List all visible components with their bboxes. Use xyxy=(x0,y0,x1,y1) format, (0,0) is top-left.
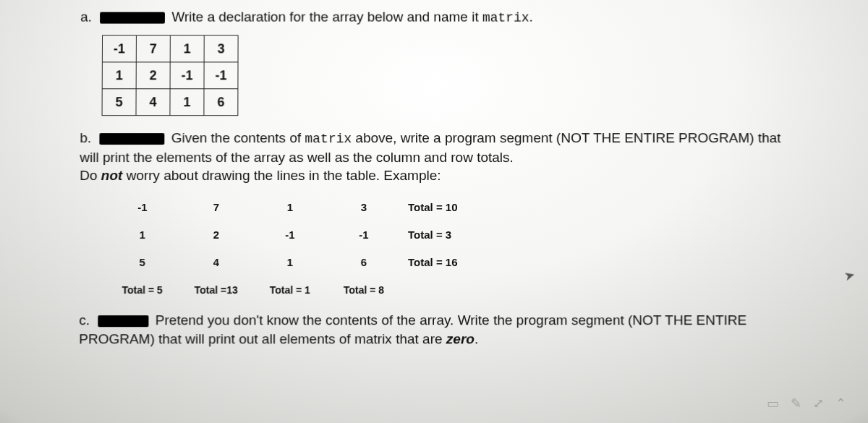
table-row: -1 7 1 3 Total = 10 xyxy=(106,194,481,221)
table-row: 1 2 -1 -1 Total = 3 xyxy=(106,221,481,249)
part-a: a. Write a declaration for the array bel… xyxy=(80,8,817,27)
table-row: 5 4 1 6 Total = 16 xyxy=(106,249,481,276)
matrix-cell: 5 xyxy=(102,89,136,116)
example-cell: 1 xyxy=(253,194,327,221)
matrix-cell: 1 xyxy=(102,62,136,89)
part-b-line3-pre: Do xyxy=(80,168,101,183)
col-total: Total =13 xyxy=(179,276,253,304)
part-c-line2-pre: PROGRAM) that will print out all element… xyxy=(79,331,446,346)
matrix-cell: -1 xyxy=(170,62,204,89)
matrix-table-wrap: -1 7 1 3 1 2 -1 -1 5 4 1 6 xyxy=(80,35,817,116)
example-cell: 5 xyxy=(106,249,179,276)
tool-icon: ✎ xyxy=(791,396,801,411)
part-c-zero: zero xyxy=(446,331,475,346)
row-total: Total = 3 xyxy=(401,221,481,249)
matrix-cell: 1 xyxy=(170,35,204,62)
part-c: c. Pretend you don't know the contents o… xyxy=(79,311,818,348)
tool-icon: ⤢ xyxy=(813,396,824,411)
part-b-line1-post: above, write a program segment (NOT THE … xyxy=(352,130,780,145)
bottom-toolbar: ▭ ✎ ⤢ ⌃ xyxy=(767,396,846,411)
matrix-cell: 6 xyxy=(204,89,238,116)
example-cell: 2 xyxy=(179,221,253,249)
example-cell: 4 xyxy=(179,249,253,276)
col-total: Total = 5 xyxy=(105,276,179,304)
part-a-text: Write a declaration for the array below … xyxy=(171,9,482,25)
part-b-line3-post: worry about drawing the lines in the tab… xyxy=(122,168,441,183)
example-cell: -1 xyxy=(106,194,179,221)
redaction-bar xyxy=(100,12,165,24)
empty-cell xyxy=(401,276,481,304)
document-page: a. Write a declaration for the array bel… xyxy=(28,1,868,423)
matrix-identifier: matrix xyxy=(482,11,529,25)
part-b-line2: will print the elements of the array as … xyxy=(80,150,514,165)
example-cell: 6 xyxy=(327,249,401,276)
part-a-label: a. xyxy=(80,9,92,25)
matrix-cell: -1 xyxy=(102,35,136,62)
part-a-period: . xyxy=(529,9,533,25)
redaction-bar xyxy=(98,315,148,327)
matrix-cell: 3 xyxy=(204,35,238,62)
tool-icon: ⌃ xyxy=(835,396,846,411)
table-row: 5 4 1 6 xyxy=(102,89,238,116)
matrix-table: -1 7 1 3 1 2 -1 -1 5 4 1 6 xyxy=(102,35,239,116)
col-total: Total = 8 xyxy=(327,276,401,304)
table-row: Total = 5 Total =13 Total = 1 Total = 8 xyxy=(105,276,481,304)
example-cell: -1 xyxy=(253,221,327,249)
part-b-line1-pre: Given the contents of xyxy=(171,130,305,145)
matrix-cell: 2 xyxy=(136,62,170,89)
matrix-cell: 4 xyxy=(136,89,170,116)
part-c-line2-post: . xyxy=(475,331,478,346)
example-cell: -1 xyxy=(327,221,401,249)
example-cell: 1 xyxy=(253,249,327,276)
tool-icon: ▭ xyxy=(767,396,779,411)
matrix-cell: 7 xyxy=(136,35,170,62)
part-b: b. Given the contents of matrix above, w… xyxy=(80,129,817,184)
matrix-cell: -1 xyxy=(204,62,238,89)
example-cell: 1 xyxy=(106,221,179,249)
part-b-label: b. xyxy=(80,130,91,145)
matrix-identifier: matrix xyxy=(305,132,352,146)
col-total: Total = 1 xyxy=(253,276,327,304)
row-total: Total = 10 xyxy=(401,194,481,221)
table-row: -1 7 1 3 xyxy=(102,35,238,62)
row-total: Total = 16 xyxy=(401,249,481,276)
example-cell: 7 xyxy=(179,194,253,221)
redaction-bar xyxy=(100,133,165,145)
part-c-label: c. xyxy=(79,312,90,328)
table-row: 1 2 -1 -1 xyxy=(102,62,238,89)
part-c-line1: Pretend you don't know the contents of t… xyxy=(156,312,747,328)
example-cell: 3 xyxy=(327,194,401,221)
part-b-not: not xyxy=(101,168,123,183)
matrix-cell: 1 xyxy=(170,89,204,116)
example-output-table: -1 7 1 3 Total = 10 1 2 -1 -1 Total = 3 … xyxy=(105,194,481,304)
